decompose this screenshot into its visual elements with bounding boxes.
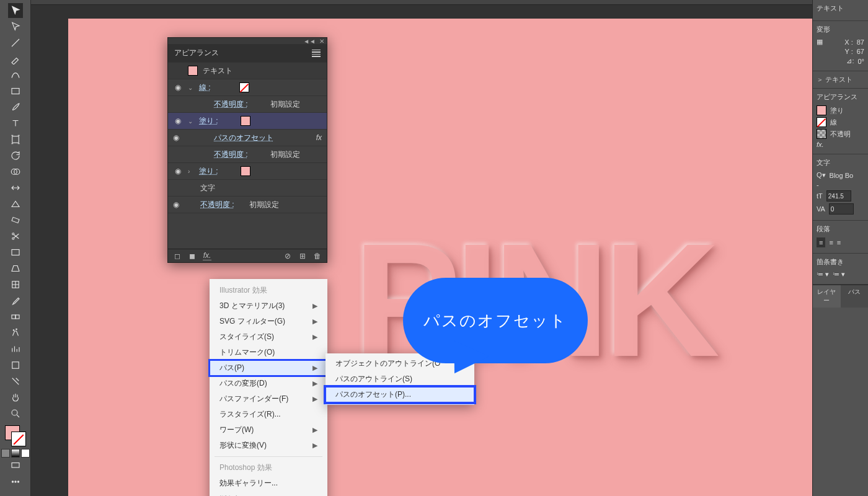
fill-label[interactable]: 塗り : [199, 116, 218, 126]
menu-item[interactable]: ぼかし [210, 491, 327, 496]
fill1-opacity-row[interactable]: 不透明度 : 初期設定 [168, 146, 327, 162]
search-icon[interactable]: Q▾ [817, 171, 826, 179]
opacity-label[interactable]: 不透明度 : [214, 149, 248, 160]
menu-item[interactable]: 効果ギャラリー... [210, 476, 327, 491]
stroke-swatch[interactable] [817, 117, 826, 127]
characters-row[interactable]: 文字 [168, 179, 327, 196]
x-value[interactable]: 87 [857, 38, 864, 46]
rotate-tool[interactable] [8, 148, 23, 163]
delete-icon[interactable]: 🗑 [313, 252, 322, 260]
menu-item[interactable]: ワープ(W)▶ [210, 422, 327, 438]
font-style[interactable]: - [817, 181, 819, 188]
clear-appearance-icon[interactable]: ⊘ [283, 252, 292, 260]
fx-menu-icon[interactable]: fx. [203, 252, 211, 260]
fx-button[interactable]: fx. [817, 141, 824, 148]
shape-builder-tool[interactable] [8, 164, 23, 179]
submenu-item[interactable]: パスのオフセット(P)... [326, 387, 474, 402]
edit-toolbar[interactable] [8, 474, 23, 489]
paintbrush-tool[interactable] [8, 100, 23, 115]
tab-layers[interactable]: レイヤー [813, 285, 841, 308]
fill-swatch[interactable] [817, 105, 826, 115]
color-mode-none[interactable] [21, 449, 30, 458]
mesh-tool[interactable] [8, 277, 23, 292]
align-left-icon[interactable]: ≡ [817, 237, 825, 247]
color-mode-solid[interactable] [1, 449, 10, 458]
hand-tool[interactable] [8, 390, 23, 405]
expand-icon[interactable]: › [188, 168, 194, 175]
eyedropper-tool[interactable] [8, 293, 23, 308]
menu-item[interactable]: トリムマーク(O) [210, 345, 327, 360]
slice-tool[interactable] [8, 374, 23, 389]
opacity-swatch[interactable] [817, 129, 826, 139]
perspective-tool[interactable] [8, 261, 23, 276]
isolate-icon[interactable]: ◻ [173, 252, 182, 260]
panel-menu-icon[interactable] [312, 50, 321, 57]
menu-item[interactable]: パスの変形(D)▶ [210, 376, 327, 391]
visibility-icon[interactable]: ◉ [173, 116, 183, 126]
angle-value[interactable]: 0° [857, 58, 864, 65]
fill-swatch[interactable] [241, 116, 250, 126]
fill-stroke-swatches[interactable] [5, 425, 26, 446]
offset-label[interactable]: パスのオフセット [214, 133, 273, 143]
blend-tool[interactable] [8, 309, 23, 324]
y-value[interactable]: 67 [857, 48, 864, 55]
pen-tool[interactable] [8, 51, 23, 66]
fill-swatch[interactable] [241, 166, 250, 176]
panel-collapse-icon[interactable]: ◄◄ [303, 38, 316, 45]
tab-paths[interactable]: パス [841, 285, 869, 308]
visibility-icon[interactable]: ◉ [173, 82, 183, 92]
rectangle-tool[interactable] [8, 84, 23, 99]
type-tool[interactable] [8, 116, 23, 131]
fx-context-menu[interactable]: Illustrator 効果 3D とマテリアル(3)▶SVG フィルター(G)… [210, 279, 327, 496]
text-expand-label[interactable]: ＞ テキスト [817, 75, 864, 84]
gradient-tool[interactable] [8, 245, 23, 260]
opacity-label[interactable]: 不透明度 : [200, 200, 234, 210]
menu-item[interactable]: SVG フィルター(G)▶ [210, 314, 327, 329]
obj-opacity-row[interactable]: ◉ 不透明度 : 初期設定 [168, 196, 327, 213]
menu-item[interactable]: ラスタライズ(R)... [210, 407, 327, 422]
fx-indicator-icon[interactable]: fx [316, 133, 322, 142]
selection-tool[interactable] [8, 3, 23, 18]
fill1-row[interactable]: ◉ ⌄ 塗り : [168, 112, 327, 129]
appearance-tab[interactable]: アピアランス [174, 48, 219, 58]
stroke-swatch[interactable] [239, 82, 249, 92]
visibility-icon[interactable]: ◉ [173, 133, 179, 142]
opacity-label[interactable]: 不透明度 : [214, 99, 248, 110]
duplicate-icon[interactable]: ⊞ [298, 252, 307, 260]
visibility-icon[interactable]: ◉ [173, 200, 179, 209]
font-value[interactable]: Blog Bo [830, 172, 854, 179]
expand-icon[interactable]: ⌄ [188, 84, 194, 91]
kerning-input[interactable] [829, 203, 854, 215]
menu-item[interactable]: パス(P)▶ [210, 360, 327, 376]
width-tool[interactable] [8, 180, 23, 195]
color-mode-gradient[interactable] [11, 449, 20, 458]
align-right-icon[interactable]: ≡ [837, 239, 841, 246]
stroke-row[interactable]: ◉ ⌄ 線 : [168, 79, 327, 95]
align-center-icon[interactable]: ≡ [829, 239, 833, 246]
offset-effect-row[interactable]: ◉ パスのオフセット fx [168, 129, 327, 146]
fill2-row[interactable]: ◉ › 塗り : [168, 162, 327, 179]
submenu-item[interactable]: パスのアウトライン(S) [326, 371, 474, 387]
zoom-tool[interactable] [8, 406, 23, 421]
scissors-tool[interactable] [8, 229, 23, 244]
eraser-tool[interactable] [8, 213, 23, 228]
menu-item[interactable]: スタイライズ(S)▶ [210, 329, 327, 345]
panel-titlebar[interactable]: ◄◄ ✕ [168, 38, 327, 44]
visibility-icon[interactable]: ◉ [173, 166, 183, 176]
reference-point-icon[interactable]: ▦ [817, 38, 823, 46]
menu-item[interactable]: 形状に変換(V)▶ [210, 438, 327, 453]
font-size-input[interactable] [826, 190, 851, 202]
stroke-opacity-row[interactable]: 不透明度 : 初期設定 [168, 95, 327, 112]
text-expand-section[interactable]: ＞ テキスト [813, 71, 868, 89]
symbol-sprayer-tool[interactable] [8, 326, 23, 340]
current-stroke-swatch[interactable] [11, 432, 26, 446]
artboard-tool[interactable] [8, 358, 23, 373]
magic-wand-tool[interactable] [8, 35, 23, 50]
menu-item[interactable]: 3D とマテリアル(3)▶ [210, 298, 327, 314]
menu-item[interactable]: パスファインダー(F)▶ [210, 391, 327, 407]
number-list-icon[interactable]: ≔ ▾ [833, 270, 845, 278]
free-transform-tool[interactable] [8, 132, 23, 147]
direct-selection-tool[interactable] [8, 19, 23, 34]
shaper-tool[interactable] [8, 197, 23, 211]
fill-label[interactable]: 塗り : [199, 166, 218, 177]
